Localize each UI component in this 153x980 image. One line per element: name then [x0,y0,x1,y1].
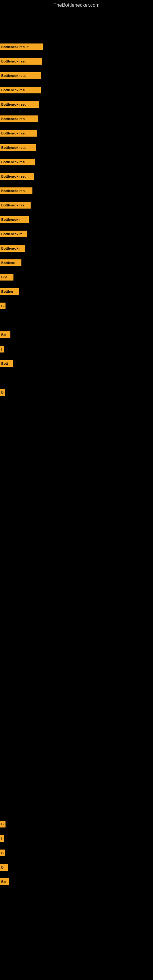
bar-row: Bottlen [0,288,19,295]
bottleneck-bar-label: Bottleneck resul [1,59,27,63]
bottleneck-bar-label: Bottleneck resu [1,189,27,192]
bar-row: Bottleneck resu [0,130,37,137]
bottleneck-bar-label: Bottleneck resul [1,88,27,92]
bottleneck-bar-label: Bottleneck r [1,218,21,221]
bar-row: Bottleneck r [0,216,29,223]
bottleneck-bar-label: Bottleneck res [1,204,24,207]
bar-row: Bottleneck r [0,245,25,252]
bottleneck-bar: Bottlen [0,288,19,295]
bottleneck-bar: Bottleneck resu [0,159,35,165]
bottleneck-bar-label: Bottleneck resu [1,117,27,121]
bottleneck-bar: B [0,850,5,856]
bottleneck-bar-label: Bottleneck resu [1,146,27,150]
bottleneck-bar-label: Bot [1,275,7,279]
site-title: TheBottlenecker.com [0,0,153,10]
bottleneck-bar-label: B [1,851,4,855]
bar-row: B [0,850,5,856]
bottleneck-bar: Bottleneck re [0,231,27,237]
bar-row: Bottleneck resul [0,87,41,94]
bottleneck-bar: Bottleneck resul [0,58,42,65]
bar-row: B [0,864,8,871]
bar-row: Bottlene [0,259,21,266]
bottleneck-bar-label: B [1,304,4,308]
bottleneck-bar: Bottlene [0,259,21,266]
bottleneck-bar-label: Bottleneck resul [1,74,27,78]
bottleneck-bar: B [0,821,5,827]
bottleneck-bar-label: Bo [1,880,6,883]
bottleneck-bar: Bottleneck resu [0,144,36,151]
bottleneck-bar-label: B [1,822,4,826]
bar-row: B [0,302,5,309]
bar-row: | [0,346,4,353]
bar-row: Bottleneck resul [0,58,42,65]
bar-row: Bottleneck resu [0,115,38,122]
bar-row: Bott [0,360,13,367]
bottleneck-bar: Bottleneck resu [0,115,38,122]
bottleneck-bar-label: Bottleneck resu [1,160,27,164]
bar-row: Bottleneck res [0,202,30,208]
bottleneck-bar: Bott [0,360,13,367]
bottleneck-bar-label: Bottlen [1,290,13,293]
bottleneck-bar-label: Bottleneck resu [1,131,27,135]
bar-row: Bo [0,331,10,338]
bar-row: Bottleneck resul [0,72,41,79]
bar-row: Bottleneck resu [0,144,36,151]
bottleneck-bar: Bottleneck resu [0,188,32,194]
bottleneck-bar: B [0,302,5,309]
bottleneck-bar-label: B [1,390,4,394]
bottleneck-bar-label: Bo [1,333,6,337]
bottleneck-bar-label: Bott [1,362,8,365]
bottleneck-bar-label: Bottleneck resu [1,103,27,106]
bottleneck-bar: Bottleneck resul [0,72,41,79]
bottleneck-bar-label: Bottlene [1,261,15,265]
bar-row: Bottleneck re [0,231,27,237]
bottleneck-bar: Bottleneck r [0,245,25,252]
bar-row: Bottleneck resu [0,173,33,180]
bar-row: B [0,821,5,827]
bottleneck-bar-label: B [1,865,4,869]
bottleneck-bar: Bottleneck result [0,43,43,50]
bottleneck-bar-label: Bottleneck re [1,232,22,236]
bar-row: | [0,835,4,842]
bottleneck-bar: | [0,835,4,842]
bar-row: Bottleneck result [0,43,43,50]
bottleneck-bar: Bot [0,274,13,280]
bottleneck-bar-label: Bottleneck r [1,247,21,250]
bottleneck-bar: B [0,389,5,396]
bottleneck-bar: Bottleneck resul [0,87,41,94]
bottleneck-bar: Bottleneck resu [0,130,37,137]
bottleneck-bar-label: | [1,347,2,351]
bottleneck-bar-label: Bottleneck result [1,45,29,49]
bar-row: B [0,389,5,396]
bottleneck-bar: Bottleneck resu [0,101,39,108]
bottleneck-bar-label: Bottleneck resu [1,175,27,178]
bottleneck-bar: Bottleneck resu [0,173,33,180]
bar-row: Bottleneck resu [0,188,32,194]
bar-row: Bo [0,878,9,885]
bar-row: Bot [0,274,13,280]
bottleneck-bar: | [0,346,4,353]
bottleneck-bar: Bottleneck r [0,216,29,223]
bar-row: Bottleneck resu [0,101,39,108]
bottleneck-bar-label: | [1,837,2,840]
bottleneck-bar: B [0,864,8,871]
bottleneck-bar: Bo [0,878,9,885]
bar-row: Bottleneck resu [0,159,35,165]
bottleneck-bar: Bo [0,331,10,338]
bottleneck-bar: Bottleneck res [0,202,30,208]
